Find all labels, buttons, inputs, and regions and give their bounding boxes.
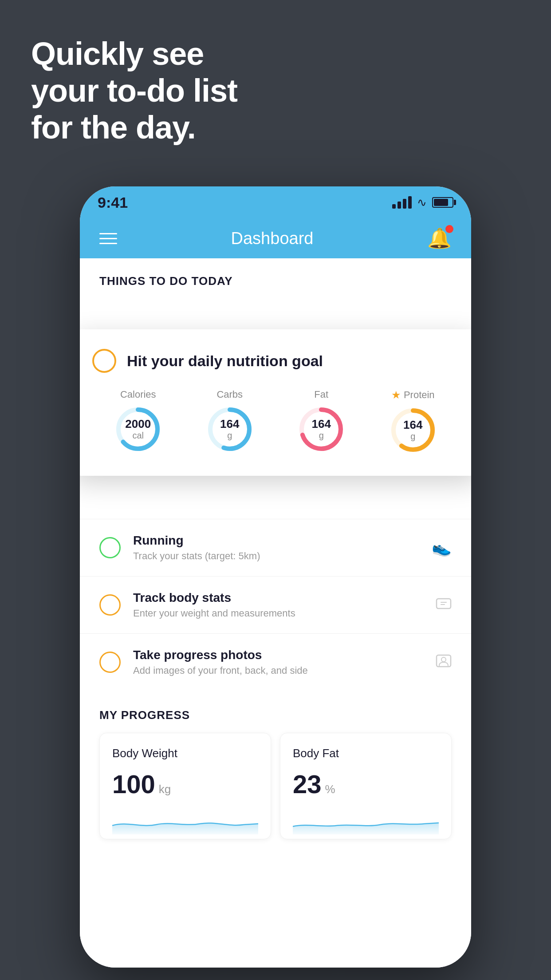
scale-icon (436, 595, 452, 615)
signal-icon (392, 196, 412, 209)
todo-subtitle-body-stats: Enter your weight and measurements (133, 608, 423, 619)
svg-rect-11 (437, 655, 451, 667)
hero-line3: for the day. (31, 109, 237, 146)
todo-text-running: Running Track your stats (target: 5km) (133, 533, 419, 562)
fat-donut: 164 g (297, 405, 346, 454)
svg-rect-8 (437, 599, 451, 609)
todo-list: Running Track your stats (target: 5km) 👟… (80, 519, 471, 691)
body-weight-title: Body Weight (112, 747, 258, 760)
status-bar: 9:41 ∿ (80, 186, 471, 218)
todo-item-body-stats[interactable]: Track body stats Enter your weight and m… (80, 576, 471, 633)
status-time: 9:41 (98, 194, 128, 211)
nutrition-protein: ★ Protein 164 g (389, 389, 437, 454)
phone-mockup: 9:41 ∿ Dashboard 🔔 THINGS TO DO TODA (80, 186, 471, 968)
star-icon: ★ (391, 389, 401, 401)
protein-label: Protein (404, 389, 435, 401)
todo-circle-running (99, 537, 121, 558)
nutrition-fat: Fat 164 g (297, 389, 346, 454)
content-area: THINGS TO DO TODAY Hit your daily nutrit… (80, 258, 471, 968)
running-icon: 👟 (432, 538, 452, 557)
todo-circle-body-stats (99, 594, 121, 616)
card-title-row: Hit your daily nutrition goal (92, 349, 459, 373)
progress-header: MY PROGRESS (99, 708, 452, 722)
calories-unit: cal (125, 431, 151, 441)
calories-label: Calories (120, 389, 156, 400)
body-weight-unit: kg (159, 782, 171, 796)
body-fat-value: 23 (293, 769, 322, 799)
body-fat-card: Body Fat 23 % (280, 733, 452, 839)
notification-dot (445, 225, 453, 233)
protein-label-row: ★ Protein (391, 389, 435, 401)
nutrition-calories: Calories 2000 cal (114, 389, 162, 454)
nutrition-card-title: Hit your daily nutrition goal (127, 352, 323, 370)
todo-circle-photos (99, 652, 121, 673)
protein-unit: g (403, 431, 422, 442)
fat-unit: g (312, 431, 331, 441)
todo-title-photos: Take progress photos (133, 648, 423, 662)
todo-title-body-stats: Track body stats (133, 591, 423, 605)
progress-cards: Body Weight 100 kg (99, 733, 452, 839)
calories-value: 2000 (125, 418, 151, 431)
todo-title-running: Running (133, 533, 419, 548)
battery-icon (432, 197, 453, 208)
hero-text: Quickly see your to-do list for the day. (31, 36, 237, 146)
nutrition-check-circle[interactable] (92, 349, 116, 373)
todo-text-body-stats: Track body stats Enter your weight and m… (133, 591, 423, 619)
body-fat-chart (293, 808, 439, 834)
hero-line1: Quickly see (31, 36, 237, 72)
carbs-unit: g (220, 431, 239, 441)
fat-value: 164 (312, 418, 331, 431)
nutrition-card: Hit your daily nutrition goal Calories 2… (80, 329, 471, 476)
calories-donut: 2000 cal (114, 405, 162, 454)
nutrition-carbs: Carbs 164 g (205, 389, 254, 454)
body-weight-value: 100 (112, 769, 155, 799)
carbs-value: 164 (220, 418, 239, 431)
nav-bar: Dashboard 🔔 (80, 218, 471, 258)
body-fat-unit: % (325, 782, 335, 796)
hamburger-menu[interactable] (99, 233, 117, 244)
todo-item-running[interactable]: Running Track your stats (target: 5km) 👟 (80, 519, 471, 576)
todo-subtitle-running: Track your stats (target: 5km) (133, 550, 419, 562)
body-weight-card: Body Weight 100 kg (99, 733, 271, 839)
body-weight-chart (112, 808, 258, 834)
bell-icon[interactable]: 🔔 (427, 227, 452, 250)
progress-section: MY PROGRESS Body Weight 100 kg (80, 708, 471, 839)
todo-subtitle-photos: Add images of your front, back, and side (133, 665, 423, 676)
nutrition-circles: Calories 2000 cal Carbs (92, 389, 459, 454)
carbs-donut: 164 g (205, 405, 254, 454)
svg-point-12 (441, 657, 446, 662)
todo-item-photos[interactable]: Take progress photos Add images of your … (80, 633, 471, 691)
protein-donut: 164 g (389, 406, 437, 454)
todo-text-photos: Take progress photos Add images of your … (133, 648, 423, 676)
wifi-icon: ∿ (417, 196, 427, 209)
nav-title: Dashboard (231, 229, 314, 248)
body-weight-value-row: 100 kg (112, 769, 258, 799)
photo-person-icon (436, 652, 452, 672)
hero-line2: your to-do list (31, 72, 237, 109)
things-today-header: THINGS TO DO TODAY (80, 258, 471, 297)
body-fat-value-row: 23 % (293, 769, 439, 799)
carbs-label: Carbs (216, 389, 243, 400)
body-fat-title: Body Fat (293, 747, 439, 760)
status-icons: ∿ (392, 196, 453, 209)
protein-value: 164 (403, 419, 422, 431)
fat-label: Fat (314, 389, 328, 400)
